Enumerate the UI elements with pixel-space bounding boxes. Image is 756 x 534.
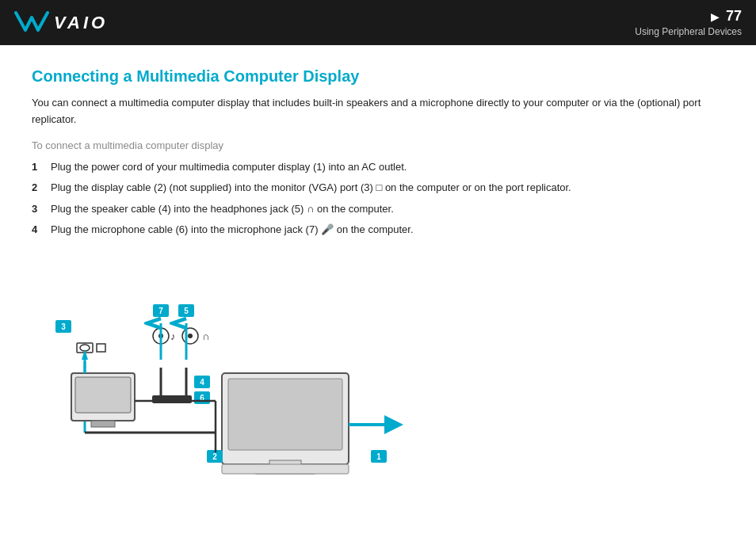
page-number: 77 [726, 8, 742, 25]
vaio-logo: VAIO [14, 10, 108, 36]
step-3-number: 3 [32, 201, 44, 217]
svg-text:∩: ∩ [202, 330, 209, 342]
page-header: VAIO ▶ 77 Using Peripheral Devices [0, 0, 756, 45]
step-4-number: 4 [32, 222, 44, 238]
svg-text:♪: ♪ [170, 330, 176, 342]
diagram-svg: 3 7 5 ♪ ∩ [32, 250, 428, 464]
vaio-text: VAIO [54, 13, 108, 33]
svg-rect-35 [222, 464, 349, 474]
svg-rect-27 [75, 377, 131, 413]
step-4-text: Plug the microphone cable (6) into the m… [51, 222, 414, 238]
svg-text:2: 2 [212, 452, 217, 461]
svg-point-13 [188, 334, 193, 338]
section-title: Connecting a Multimedia Computer Display [32, 67, 724, 86]
steps-list: 1 Plug the power cord of your multimedia… [32, 159, 724, 238]
step-2-number: 2 [32, 180, 44, 196]
step-3-text: Plug the speaker cable (4) into the head… [51, 201, 394, 217]
svg-rect-32 [228, 379, 342, 450]
vaio-logo-icon [14, 10, 49, 36]
step-2: 2 Plug the display cable (2) (not suppli… [32, 180, 705, 196]
step-1: 1 Plug the power cord of your multimedia… [32, 159, 705, 175]
svg-rect-19 [152, 395, 192, 403]
intro-paragraph: You can connect a multimedia computer di… [32, 95, 713, 128]
step-4: 4 Plug the microphone cable (6) into the… [32, 222, 705, 238]
sub-title: To connect a multimedia computer display [32, 139, 724, 151]
svg-text:3: 3 [61, 322, 66, 331]
step-3: 3 Plug the speaker cable (4) into the he… [32, 201, 705, 217]
page-arrow: ▶ [711, 10, 720, 23]
step-2-text: Plug the display cable (2) (not supplied… [51, 180, 571, 196]
svg-rect-28 [91, 421, 115, 427]
header-right: ▶ 77 Using Peripheral Devices [635, 8, 742, 37]
svg-text:4: 4 [200, 378, 204, 387]
step-1-number: 1 [32, 159, 44, 175]
section-label: Using Peripheral Devices [635, 26, 742, 37]
svg-text:5: 5 [184, 307, 189, 315]
svg-text:7: 7 [158, 307, 163, 315]
step-1-text: Plug the power cord of your multimedia c… [51, 159, 407, 175]
page-content: Connecting a Multimedia Computer Display… [0, 45, 756, 480]
svg-rect-8 [97, 344, 105, 352]
diagram: 3 7 5 ♪ ∩ [32, 250, 428, 464]
svg-text:1: 1 [376, 452, 381, 461]
